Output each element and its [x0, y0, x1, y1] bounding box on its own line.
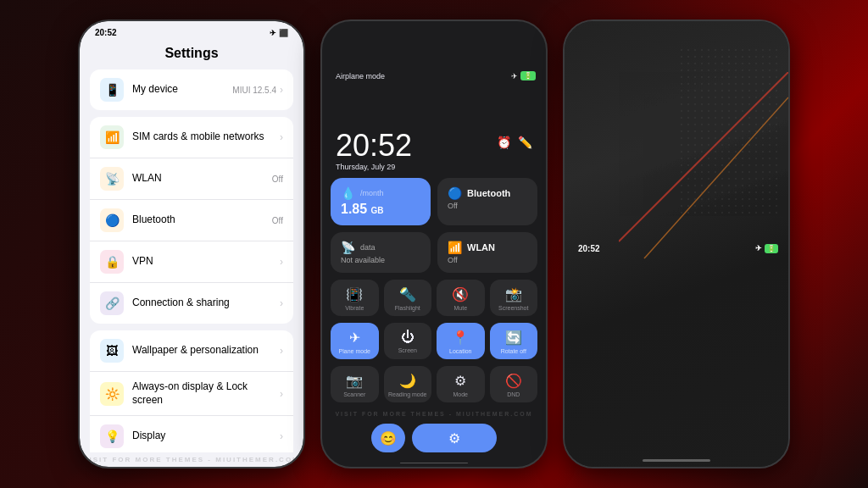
timer-icon[interactable]: ⏰ [497, 136, 511, 149]
wallpaper-icon: 🖼 [100, 339, 124, 363]
cc-btn-screenshot[interactable]: 📸 Screenshot [490, 280, 538, 316]
big-clock: 20:52 [336, 130, 412, 161]
chevron-icon: › [280, 131, 283, 143]
scanner-icon: 📷 [346, 373, 363, 389]
aod-right: › [280, 388, 283, 400]
chevron-icon: › [280, 256, 283, 268]
chevron-icon: › [280, 345, 283, 357]
settings-item-sim[interactable]: 📶 SIM cards & mobile networks › [90, 117, 293, 158]
cc-emoji-btn[interactable]: 😊 [371, 424, 405, 452]
aod-icon: 🔆 [100, 382, 124, 406]
vpn-icon: 🔒 [100, 250, 124, 274]
airplane-label: Airplane mode [336, 72, 385, 80]
connection-right: › [280, 297, 283, 309]
cc-btn-row-1: 📳 Vibrate 🔦 Flashlight 🔇 Mute 📸 Screensh… [322, 280, 546, 316]
sim-label: SIM cards & mobile networks [132, 130, 280, 144]
airplane-icon: ✈ [349, 330, 360, 346]
date-text: Thursday, July 29 [336, 163, 412, 171]
vibrate-icon: 📳 [346, 286, 363, 302]
wallpaper-label: Wallpaper & personalization [132, 344, 280, 358]
status-icons-3: ✈ 🔋 [755, 244, 778, 253]
chevron-icon: › [280, 430, 283, 442]
cc-btn-dnd[interactable]: 🚫 DND [490, 366, 538, 402]
cc-btn-screen[interactable]: ⏻ Screen [384, 323, 432, 359]
display-label: Display [132, 430, 280, 443]
status-bar-2: Airplane mode ✈ 🔋 [322, 21, 546, 127]
reading-icon: 🌙 [399, 373, 416, 389]
flashlight-icon: 🔦 [399, 286, 416, 302]
cc-btn-vibrate[interactable]: 📳 Vibrate [331, 280, 379, 316]
home-indicator-3 [643, 459, 710, 462]
cc-tile-data[interactable]: 💧 /month 1.85 GB [331, 178, 431, 225]
mydevice-label: My device [132, 83, 232, 97]
mydevice-icon: 📱 [100, 78, 124, 102]
sim-right: › [280, 131, 283, 143]
connection-icon: 🔗 [100, 291, 124, 315]
rotate-icon: 🔄 [505, 330, 522, 346]
mute-icon: 🔇 [452, 286, 469, 302]
bluetooth-cc-icon: 🔵 [448, 186, 462, 200]
mobile-icon: 📡 [341, 241, 355, 254]
cc-settings-btn[interactable]: ⚙ [412, 424, 497, 452]
settings-section-device: 📱 My device MIUI 12.5.4 › [90, 69, 293, 110]
settings-item-display[interactable]: 💡 Display › [90, 416, 293, 452]
cc-bottom-bar: 😊 ⚙ [322, 419, 546, 459]
cc-tile-wlan[interactable]: 📶 WLAN Off [437, 232, 537, 273]
settings-item-mydevice[interactable]: 📱 My device MIUI 12.5.4 › [90, 69, 293, 110]
settings-list: 📱 My device MIUI 12.5.4 › 📶 SIM cards & … [80, 69, 303, 452]
settings-item-connection[interactable]: 🔗 Connection & sharing › [90, 283, 293, 324]
status-icons-1: ✈ ⬛ [270, 29, 288, 37]
status-bar-3: 20:52 ✈ 🔋 [565, 21, 788, 467]
time-1: 20:52 [95, 28, 117, 37]
display-icon: 💡 [100, 424, 124, 448]
chevron-icon: › [280, 297, 283, 309]
location-icon: 📍 [452, 330, 469, 346]
time-3: 20:52 [578, 244, 600, 253]
cc-btn-row-2: ✈ Plane mode ⏻ Screen 📍 Location 🔄 Rotat… [322, 323, 546, 359]
phone-settings: 20:52 ✈ ⬛ Settings 📱 My device MIUI 12.5… [78, 19, 305, 469]
settings-item-wallpaper[interactable]: 🖼 Wallpaper & personalization › [90, 330, 293, 372]
wallpaper-right: › [280, 345, 283, 357]
clock-icons: ⏰ ✏️ [497, 136, 532, 149]
wlan-icon: 📡 [100, 167, 124, 191]
cc-tile-mobile[interactable]: 📡 data Not available [331, 232, 431, 273]
clock-area: 20:52 Thursday, July 29 ⏰ ✏️ [322, 127, 546, 178]
cc-btn-mute[interactable]: 🔇 Mute [437, 280, 485, 316]
chevron-icon: › [280, 388, 283, 400]
settings-item-wlan[interactable]: 📡 WLAN Off [90, 158, 293, 200]
cc-btn-airplane[interactable]: ✈ Plane mode [331, 323, 379, 359]
cc-btn-mode[interactable]: ⚙ Mode [437, 366, 485, 402]
cc-btn-rotate[interactable]: 🔄 Rotate off [490, 323, 538, 359]
display-right: › [280, 430, 283, 442]
cc-tile-bluetooth[interactable]: 🔵 Bluetooth Off [437, 178, 537, 225]
settings-section-personal: 🖼 Wallpaper & personalization › 🔆 Always… [90, 330, 293, 452]
cc-btn-scanner[interactable]: 📷 Scanner [331, 366, 379, 402]
cc-btn-flashlight[interactable]: 🔦 Flashlight [384, 280, 432, 316]
vpn-label: VPN [132, 255, 280, 269]
dnd-icon: 🚫 [505, 373, 522, 389]
cc-btn-reading[interactable]: 🌙 Reading mode [384, 366, 432, 402]
emoji-icon: 😊 [380, 430, 397, 446]
sim-icon: 📶 [100, 125, 124, 149]
phone-home: 20:52 ✈ 🔋 Mi ⏺ Recorder JUL 29 Calen [563, 19, 790, 469]
wlan-cc-icon: 📶 [448, 241, 462, 254]
wlan-label: WLAN [132, 172, 272, 186]
settings-item-vpn[interactable]: 🔒 VPN › [90, 241, 293, 283]
chevron-icon: › [280, 84, 283, 96]
settings-item-aod[interactable]: 🔆 Always-on display & Lock screen › [90, 372, 293, 416]
cc-btn-row-3: 📷 Scanner 🌙 Reading mode ⚙ Mode 🚫 DND [322, 366, 546, 402]
vpn-right: › [280, 256, 283, 268]
status-bar-1: 20:52 ✈ ⬛ [80, 21, 303, 41]
edit-icon[interactable]: ✏️ [518, 136, 532, 149]
settings-item-bluetooth[interactable]: 🔵 Bluetooth Off [90, 200, 293, 241]
cc-btn-location[interactable]: 📍 Location [437, 323, 485, 359]
bluetooth-icon: 🔵 [100, 208, 124, 232]
screen-icon: ⏻ [401, 330, 415, 345]
screenshot-icon: 📸 [505, 286, 522, 302]
mydevice-right: MIUI 12.5.4 › [232, 84, 283, 96]
watermark-2: VISIT FOR MORE THEMES - MIUITHEMER.COM [322, 409, 546, 419]
data-icon: 💧 [341, 186, 355, 200]
phone-control-center: Airplane mode ✈ 🔋 20:52 Thursday, July 2… [320, 19, 548, 469]
mode-icon: ⚙ [454, 373, 466, 389]
bluetooth-right: Off [272, 216, 283, 225]
